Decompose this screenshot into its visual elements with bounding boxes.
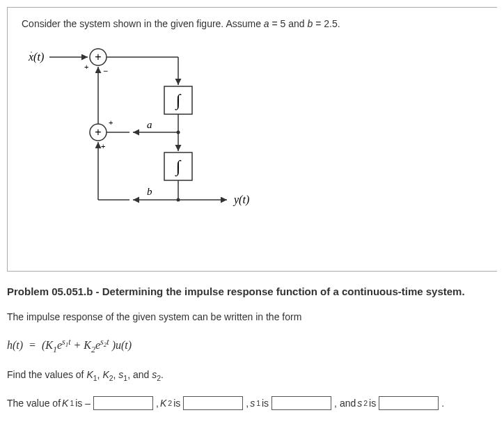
prompt-beq: = 2.5. xyxy=(313,18,340,29)
svg-point-0 xyxy=(31,52,32,53)
output-label: y(t) xyxy=(233,194,249,206)
summer-1-sign-plus: + xyxy=(84,63,88,71)
prompt-a: a xyxy=(264,18,269,29)
input-s2[interactable] xyxy=(379,396,439,410)
prompt-aeq: = 5 and xyxy=(269,18,308,29)
equation: h(t) = (K1es1t + K2es2t )u(t) xyxy=(7,337,497,355)
fill-pre: The value of xyxy=(7,398,61,409)
gain-b-label: b xyxy=(147,186,152,197)
input-k2[interactable] xyxy=(183,396,243,410)
fill-in-line: The value of K1 is – , K2 is , s1 is , a… xyxy=(7,396,497,410)
integrator-2-symbol: ∫ xyxy=(175,157,182,177)
input-s1[interactable] xyxy=(271,396,331,410)
input-label: x(t) xyxy=(28,51,44,63)
k1: K xyxy=(86,369,93,380)
prompt-pre: Consider the system shown in the given f… xyxy=(22,18,264,29)
problem-title: Problem 05.051.b - Determining the impul… xyxy=(7,285,497,297)
body2-pre: Find the values of xyxy=(7,369,86,380)
summer-2-sign-plus-r: + xyxy=(109,118,113,127)
integrator-1-symbol: ∫ xyxy=(175,91,182,111)
summer-1-sign-minus: − xyxy=(103,66,108,76)
prompt-text: Consider the system shown in the given f… xyxy=(22,18,483,29)
summer-2-sign-plus-b: + xyxy=(101,142,105,150)
gain-a-label: a xyxy=(147,119,152,130)
k2: K xyxy=(102,369,109,380)
body-line-2: Find the values of K1, K2, s1, and s2. xyxy=(7,368,497,384)
block-diagram: x(t) + + − ∫ a + + + ∫ xyxy=(22,43,300,238)
figure-container: Consider the system shown in the given f… xyxy=(7,7,497,272)
input-k1[interactable] xyxy=(93,396,153,410)
summer-1-plus: + xyxy=(95,51,101,63)
summer-2-plus: + xyxy=(95,126,101,138)
body-line-1: The impulse response of the given system… xyxy=(7,310,497,324)
